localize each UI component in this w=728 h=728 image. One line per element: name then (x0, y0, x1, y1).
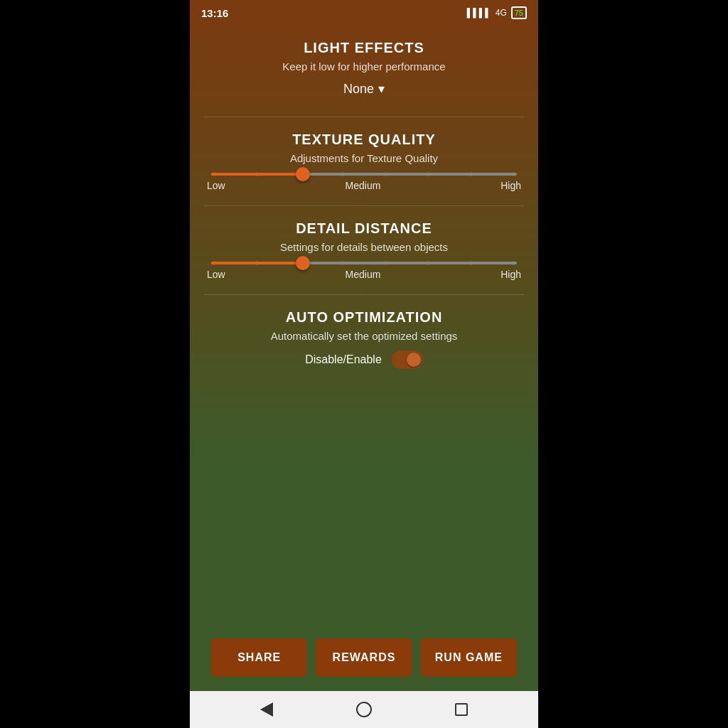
dd-dot-1 (213, 262, 216, 265)
nav-recents-button[interactable] (449, 697, 474, 722)
phone-frame: 13:16 ▌▌▌▌ 4G 75 LIGHT EFFECTS Keep it l… (190, 0, 538, 728)
texture-quality-high: High (500, 180, 521, 191)
dot-2 (255, 173, 259, 176)
dot-7 (469, 173, 473, 176)
share-button[interactable]: SHARE (211, 638, 307, 677)
detail-distance-thumb[interactable] (296, 256, 310, 270)
toggle-thumb (407, 353, 421, 367)
nav-bar (190, 691, 538, 728)
dot-4 (341, 173, 344, 176)
toggle-label: Disable/Enable (305, 353, 382, 366)
auto-optimization-subtitle: Automatically set the optimized settings (204, 330, 524, 342)
nav-home-button[interactable] (351, 697, 377, 722)
detail-distance-subtitle: Settings for details between objects (204, 241, 524, 253)
detail-distance-dots (211, 262, 517, 265)
recents-icon (455, 703, 468, 716)
auto-optimization-title: AUTO OPTIMIZATION (204, 309, 524, 326)
dd-dot-6 (427, 262, 430, 265)
detail-distance-title: DETAIL DISTANCE (204, 220, 524, 237)
dd-dot-2 (255, 262, 259, 265)
light-effects-section: LIGHT EFFECTS Keep it low for higher per… (204, 40, 524, 117)
detail-distance-labels: Low Medium High (204, 269, 524, 280)
dd-dot-7 (469, 262, 473, 265)
detail-distance-slider-section: Low Medium High (204, 262, 524, 280)
dot-1 (213, 173, 216, 176)
auto-optimization-toggle[interactable] (392, 350, 423, 369)
dd-dot-8 (512, 262, 515, 265)
light-effects-dropdown[interactable]: None ▾ (204, 81, 524, 97)
auto-optimization-section: AUTO OPTIMIZATION Automatically set the … (204, 309, 524, 380)
toggle-row: Disable/Enable (204, 350, 524, 369)
divider-3 (204, 294, 524, 295)
texture-quality-low: Low (207, 180, 225, 191)
texture-quality-thumb[interactable] (296, 167, 310, 181)
texture-quality-track (211, 173, 517, 176)
texture-quality-section: TEXTURE QUALITY Adjustments for Texture … (204, 132, 524, 205)
detail-distance-high: High (500, 269, 521, 280)
dd-dot-4 (341, 262, 344, 265)
texture-quality-slider-container[interactable] (204, 173, 524, 176)
texture-quality-labels: Low Medium High (204, 180, 524, 191)
dd-dot-5 (384, 262, 387, 265)
status-bar: 13:16 ▌▌▌▌ 4G 75 (190, 0, 538, 26)
divider-2 (204, 205, 524, 206)
detail-distance-track (211, 262, 517, 264)
back-icon (260, 702, 273, 717)
dot-5 (384, 173, 387, 176)
signal-icon: ▌▌▌▌ (467, 8, 491, 18)
run-game-button[interactable]: RUN GAME (421, 638, 517, 677)
texture-quality-title: TEXTURE QUALITY (204, 132, 524, 148)
texture-quality-medium: Medium (346, 180, 381, 191)
dot-8 (512, 173, 515, 176)
buttons-row: SHARE REWARDS RUN GAME (204, 624, 524, 691)
main-content: LIGHT EFFECTS Keep it low for higher per… (190, 26, 538, 691)
chevron-down-icon: ▾ (378, 81, 385, 97)
rewards-button[interactable]: REWARDS (316, 638, 412, 677)
dot-6 (427, 173, 430, 176)
status-time: 13:16 (201, 7, 228, 19)
light-effects-title: LIGHT EFFECTS (204, 40, 524, 56)
battery-icon: 75 (511, 6, 527, 19)
detail-distance-section: DETAIL DISTANCE Settings for details bet… (204, 220, 524, 294)
detail-distance-slider-container[interactable] (204, 262, 524, 264)
detail-distance-low: Low (207, 269, 225, 280)
divider-1 (204, 117, 524, 117)
texture-quality-slider-section: Low Medium High (204, 173, 524, 191)
light-effects-value: None (343, 82, 374, 97)
home-icon (356, 702, 372, 717)
texture-quality-subtitle: Adjustments for Texture Quality (204, 152, 524, 164)
status-icons: ▌▌▌▌ 4G 75 (467, 6, 527, 19)
light-effects-subtitle: Keep it low for higher performance (204, 60, 524, 73)
detail-distance-medium: Medium (346, 269, 381, 280)
nav-back-button[interactable] (254, 697, 279, 722)
texture-quality-dots (211, 173, 517, 176)
network-type: 4G (496, 8, 507, 18)
